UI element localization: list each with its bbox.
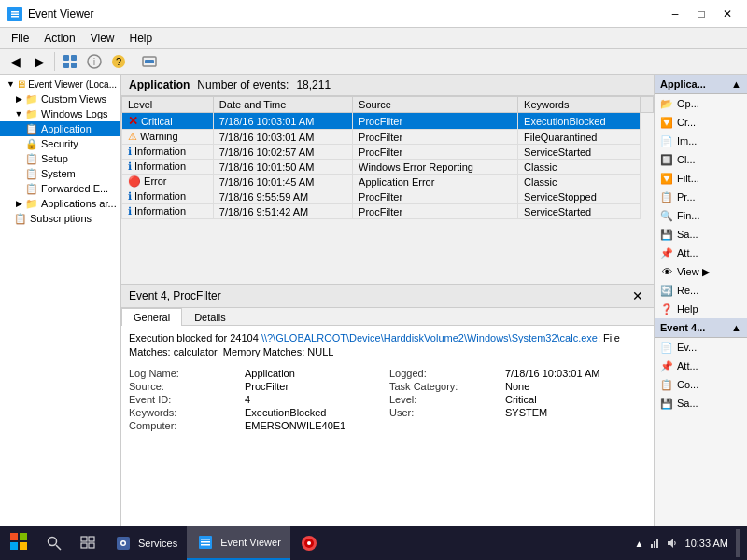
action-icon: 📌 [660, 246, 673, 259]
level-icon: ℹ [128, 190, 132, 202]
tab-details[interactable]: Details [182, 308, 238, 326]
actions-main-header[interactable]: Applica... ▲ [655, 75, 747, 94]
table-row[interactable]: ✕ Critical 7/18/16 10:03:01 AM ProcFilte… [122, 113, 654, 130]
actions-main-item[interactable]: 📂Op... [655, 94, 747, 113]
actions-main-item[interactable]: 📌Att... [655, 244, 747, 262]
actions-event-header[interactable]: Event 4... ▲ [655, 318, 747, 338]
minimize-button[interactable]: – [663, 5, 687, 23]
actions-main-item[interactable]: 🔄Re... [655, 281, 747, 300]
table-row[interactable]: ⚠ Warning 7/18/16 10:03:01 AM ProcFilter… [122, 130, 654, 145]
root-folder-icon: 🖥 [15, 77, 26, 91]
col-source[interactable]: Source [353, 97, 518, 113]
actions-main-item[interactable]: 🔽Filt... [655, 169, 747, 188]
cell-source: ProcFilter [353, 189, 518, 204]
table-row[interactable]: ℹ Information 7/18/16 10:01:50 AM Window… [122, 160, 654, 175]
system-log-icon: 📋 [24, 167, 39, 180]
actions-event-item[interactable]: 📌Att... [655, 357, 747, 375]
table-row[interactable]: ℹ Information 7/18/16 9:55:59 AM ProcFil… [122, 189, 654, 204]
actions-main-item[interactable]: 📄Im... [655, 132, 747, 150]
event-action-icon: 📌 [660, 359, 673, 372]
menu-file[interactable]: File [4, 30, 36, 47]
events-table-container: Level Date and Time Source Keywords ✕ Cr… [121, 96, 654, 284]
cell-keywords: Classic [518, 160, 641, 175]
log-event-count-label: Number of events: [197, 78, 289, 91]
actions-main-item[interactable]: 📋Pr... [655, 188, 747, 206]
cell-source: ProcFilter [353, 113, 518, 130]
col-datetime[interactable]: Date and Time [213, 97, 352, 113]
search-button[interactable] [37, 526, 71, 560]
actions-main-item[interactable]: 🔍Fin... [655, 206, 747, 225]
table-row[interactable]: 🔴 Error 7/18/16 10:01:45 AM Application … [122, 175, 654, 189]
action-label: Im... [677, 135, 697, 147]
menu-view[interactable]: View [83, 30, 122, 47]
forward-button[interactable]: ▶ [28, 51, 50, 72]
svg-rect-20 [81, 537, 87, 541]
action-label: Sa... [677, 229, 698, 240]
tree-security[interactable]: 🔒 Security [0, 136, 120, 151]
tree-apps-services[interactable]: ▶ 📁 Applications ar... [0, 196, 120, 211]
actions-main-item[interactable]: ❓Help [655, 300, 747, 318]
col-level[interactable]: Level [122, 97, 214, 113]
menu-action[interactable]: Action [36, 30, 82, 47]
back-button[interactable]: ◀ [4, 51, 26, 72]
systray-arrow[interactable]: ▲ [635, 539, 644, 549]
taskbar-third-app[interactable] [290, 526, 328, 560]
logged-label: Logged: [389, 368, 501, 379]
taskbar-services[interactable]: Services [105, 526, 187, 560]
tree-forwarded[interactable]: 📋 Forwarded E... [0, 181, 120, 196]
actions-main-item[interactable]: 👁View ▶ [655, 262, 747, 281]
table-row[interactable]: ℹ Information 7/18/16 9:51:42 AM ProcFil… [122, 204, 654, 219]
actions-main-item[interactable]: 🔲Cl... [655, 150, 747, 169]
taskbar-right: ▲ 10:33 AM [627, 529, 747, 557]
svg-rect-4 [63, 55, 69, 61]
actions-main-item[interactable]: 💾Sa... [655, 225, 747, 244]
help-button[interactable]: ? [107, 51, 130, 72]
tree-windows-logs[interactable]: ▼ 📁 Windows Logs [0, 106, 120, 121]
cell-level: ℹ Information [122, 204, 214, 219]
level-label: Level: [389, 394, 501, 405]
toolbar-separator [54, 52, 55, 71]
event-detail-close-button[interactable]: ✕ [629, 287, 646, 304]
level-icon: ✕ [128, 116, 138, 127]
cell-datetime: 7/18/16 9:55:59 AM [213, 189, 352, 204]
computer-value: EMERSONWILE40E1 [245, 420, 386, 431]
actions-event-item[interactable]: 📄Ev... [655, 338, 747, 357]
tree-root[interactable]: ▼ 🖥 Event Viewer (Loca... [0, 77, 120, 91]
tree-setup[interactable]: 📋 Setup [0, 151, 120, 166]
table-row[interactable]: ℹ Information 7/18/16 10:02:57 AM ProcFi… [122, 145, 654, 160]
start-button[interactable] [0, 526, 37, 560]
show-desktop-button[interactable] [736, 529, 740, 557]
level-icon: ⚠ [128, 131, 137, 142]
event-path-link[interactable]: \\?\GLOBALROOT\Device\HarddiskVolume2\Wi… [261, 332, 598, 343]
task-view-button[interactable] [71, 526, 105, 560]
action-button[interactable]: i [83, 51, 106, 72]
tree-custom-views[interactable]: ▶ 📁 Custom Views [0, 91, 120, 106]
taskbar-event-viewer[interactable]: Event Viewer [187, 526, 290, 560]
actions-event-item[interactable]: 📋Co... [655, 375, 747, 394]
tree-subscriptions[interactable]: 📋 Subscriptions [0, 211, 120, 226]
keywords-label-field: Keywords: [129, 407, 241, 418]
tree-system[interactable]: 📋 System [0, 166, 120, 181]
action-icon: 👁 [660, 265, 673, 278]
actions-main-item[interactable]: 🔽Cr... [655, 113, 747, 132]
action-label: Pr... [677, 191, 696, 203]
cell-datetime: 7/18/16 9:51:42 AM [213, 204, 352, 219]
maximize-button[interactable]: □ [689, 5, 713, 23]
close-button[interactable]: ✕ [715, 5, 740, 23]
event-action-icon: 📄 [660, 341, 673, 354]
event-detail-header: Event 4, ProcFilter ✕ [121, 285, 654, 308]
col-keywords[interactable]: Keywords [518, 97, 641, 113]
up-button[interactable] [59, 51, 81, 72]
mmc-button[interactable] [138, 51, 161, 72]
menu-help[interactable]: Help [122, 30, 161, 47]
cell-source: Application Error [353, 175, 518, 189]
tab-general[interactable]: General [121, 308, 182, 326]
svg-rect-16 [10, 542, 18, 550]
source-value: ProcFilter [245, 381, 386, 392]
events-table-wrapper[interactable]: Level Date and Time Source Keywords ✕ Cr… [121, 96, 654, 236]
taskbar-clock[interactable]: 10:33 AM [685, 538, 728, 549]
tree-application[interactable]: 📋 Application [0, 121, 120, 136]
cell-level: ⚠ Warning [122, 130, 214, 145]
action-label: Cr... [677, 117, 696, 128]
actions-event-item[interactable]: 💾Sa... [655, 394, 747, 413]
